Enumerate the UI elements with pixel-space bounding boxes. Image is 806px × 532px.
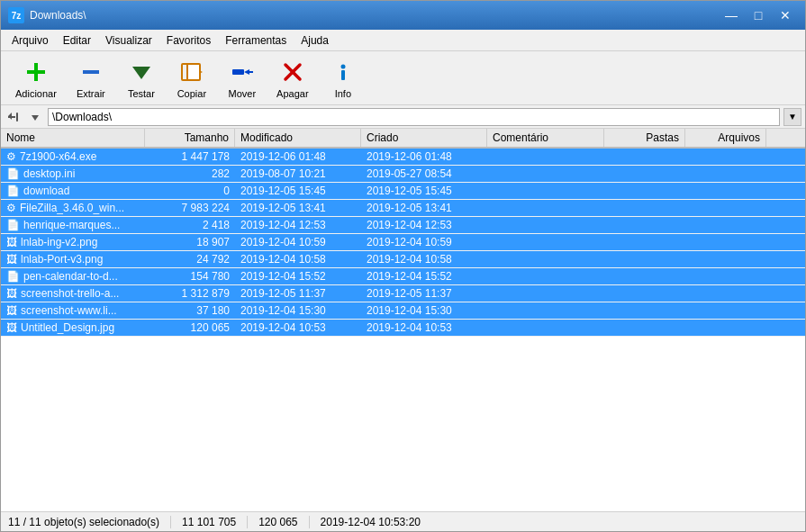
svg-point-11: [340, 64, 345, 68]
menu-visualizar[interactable]: Visualizar: [98, 32, 159, 49]
file-created: 2019-12-04 12:53: [361, 217, 487, 233]
address-text: \Downloads\: [52, 111, 112, 123]
move-button[interactable]: Mover: [219, 54, 266, 103]
file-name: ⚙ 7z1900-x64.exe: [1, 149, 145, 165]
delete-button[interactable]: Apagar: [269, 54, 316, 103]
svg-rect-12: [341, 70, 345, 80]
file-name: 📄 desktop.ini: [1, 166, 145, 182]
file-comment: [487, 268, 604, 284]
col-modificado[interactable]: Modificado: [235, 129, 361, 147]
menu-ferramentas[interactable]: Ferramentas: [218, 32, 294, 49]
file-folders: [604, 234, 685, 250]
add-icon: [22, 58, 50, 86]
table-row[interactable]: 📄 desktop.ini 282 2019-08-07 10:21 2019-…: [1, 166, 805, 183]
file-created: 2019-12-04 15:52: [361, 268, 487, 284]
file-comment: [487, 217, 604, 233]
info-label: Info: [335, 88, 351, 99]
table-row[interactable]: ⚙ 7z1900-x64.exe 1 447 178 2019-12-06 01…: [1, 149, 805, 166]
svg-marker-16: [32, 115, 39, 121]
file-created: 2019-12-05 15:45: [361, 183, 487, 199]
col-pastas[interactable]: Pastas: [604, 129, 685, 147]
file-files: [685, 320, 766, 336]
status-selection: 11 / 11 objeto(s) selecionado(s): [6, 516, 171, 528]
file-folders: [604, 200, 685, 216]
file-size: 154 780: [145, 268, 235, 284]
file-modified: 2019-12-06 01:48: [235, 149, 361, 165]
file-files: [685, 183, 766, 199]
col-tamanho[interactable]: Tamanho: [145, 129, 235, 147]
svg-marker-3: [132, 67, 150, 79]
address-dropdown[interactable]: ▼: [783, 108, 801, 126]
file-files: [685, 149, 766, 165]
file-folders: [604, 183, 685, 199]
file-size: 7 983 224: [145, 200, 235, 216]
menu-ajuda[interactable]: Ajuda: [294, 32, 336, 49]
svg-rect-1: [27, 70, 45, 74]
test-button[interactable]: Testar: [118, 54, 165, 103]
file-list-container: Nome Tamanho Modificado Criado Comentári…: [1, 129, 805, 511]
address-field[interactable]: \Downloads\: [48, 108, 780, 126]
nav-up-button[interactable]: [5, 108, 23, 126]
file-folders: [604, 251, 685, 267]
svg-rect-8: [232, 69, 244, 75]
titlebar-title: Downloads\: [30, 9, 86, 22]
file-files: [685, 234, 766, 250]
file-name: 📄 download: [1, 183, 145, 199]
file-comment: [487, 251, 604, 267]
add-label: Adicionar: [15, 88, 57, 99]
file-modified: 2019-12-04 10:59: [235, 234, 361, 250]
table-row[interactable]: 🖼 screenshot-trello-a... 1 312 879 2019-…: [1, 285, 805, 302]
menubar: Arquivo Editar Visualizar Favoritos Ferr…: [1, 30, 805, 51]
test-icon: [127, 58, 156, 86]
file-name: 🖼 lnlab-Port-v3.png: [1, 251, 145, 267]
file-files: [685, 251, 766, 267]
col-comentario[interactable]: Comentário: [487, 129, 604, 147]
table-row[interactable]: 🖼 lnlab-ing-v2.png 18 907 2019-12-04 10:…: [1, 234, 805, 251]
table-row[interactable]: 🖼 Untitled_Design.jpg 120 065 2019-12-04…: [1, 320, 805, 337]
add-button[interactable]: Adicionar: [8, 54, 64, 103]
extract-button[interactable]: Extrair: [68, 54, 114, 103]
table-row[interactable]: 📄 henrique-marques... 2 418 2019-12-04 1…: [1, 217, 805, 234]
table-row[interactable]: ⚙ FileZilla_3.46.0_win... 7 983 224 2019…: [1, 200, 805, 217]
maximize-button[interactable]: □: [746, 5, 771, 25]
file-name: 🖼 lnlab-ing-v2.png: [1, 234, 145, 250]
svg-rect-15: [16, 113, 18, 122]
minimize-button[interactable]: —: [719, 5, 744, 25]
toolbar: Adicionar Extrair Testar: [1, 51, 805, 105]
file-modified: 2019-12-05 15:45: [235, 183, 361, 199]
file-name: 🖼 screenshot-www.li...: [1, 302, 145, 319]
nav-down-button[interactable]: [26, 108, 44, 126]
file-folders: [604, 285, 685, 302]
copy-button[interactable]: Copiar: [168, 54, 215, 103]
extract-label: Extrair: [77, 88, 105, 99]
file-size: 18 907: [145, 234, 235, 250]
file-rows: ⚙ 7z1900-x64.exe 1 447 178 2019-12-06 01…: [1, 149, 805, 337]
status-datetime: 2019-12-04 10:53:20: [310, 516, 431, 528]
table-row[interactable]: 📄 download 0 2019-12-05 15:45 2019-12-05…: [1, 183, 805, 200]
table-row[interactable]: 🖼 lnlab-Port-v3.png 24 792 2019-12-04 10…: [1, 251, 805, 268]
file-files: [685, 200, 766, 216]
close-button[interactable]: ✕: [773, 5, 798, 25]
menu-favoritos[interactable]: Favoritos: [159, 32, 218, 49]
file-modified: 2019-12-05 13:41: [235, 200, 361, 216]
app-icon: 7z: [8, 7, 24, 23]
info-button[interactable]: Info: [320, 54, 367, 103]
move-label: Mover: [229, 88, 257, 99]
file-size: 24 792: [145, 251, 235, 267]
file-folders: [604, 217, 685, 233]
file-comment: [487, 234, 604, 250]
file-size: 282: [145, 166, 235, 182]
menu-arquivo[interactable]: Arquivo: [5, 32, 56, 49]
table-row[interactable]: 🖼 screenshot-www.li... 37 180 2019-12-04…: [1, 302, 805, 320]
titlebar-controls: — □ ✕: [719, 5, 798, 25]
menu-editar[interactable]: Editar: [56, 32, 98, 49]
file-comment: [487, 320, 604, 336]
svg-marker-7: [244, 69, 253, 75]
col-nome[interactable]: Nome: [1, 129, 145, 147]
file-size: 37 180: [145, 302, 235, 319]
table-row[interactable]: 📄 pen-calendar-to-d... 154 780 2019-12-0…: [1, 268, 805, 285]
file-name: 🖼 Untitled_Design.jpg: [1, 320, 145, 336]
svg-rect-2: [83, 70, 99, 74]
col-arquivos[interactable]: Arquivos: [685, 129, 766, 147]
col-criado[interactable]: Criado: [361, 129, 487, 147]
